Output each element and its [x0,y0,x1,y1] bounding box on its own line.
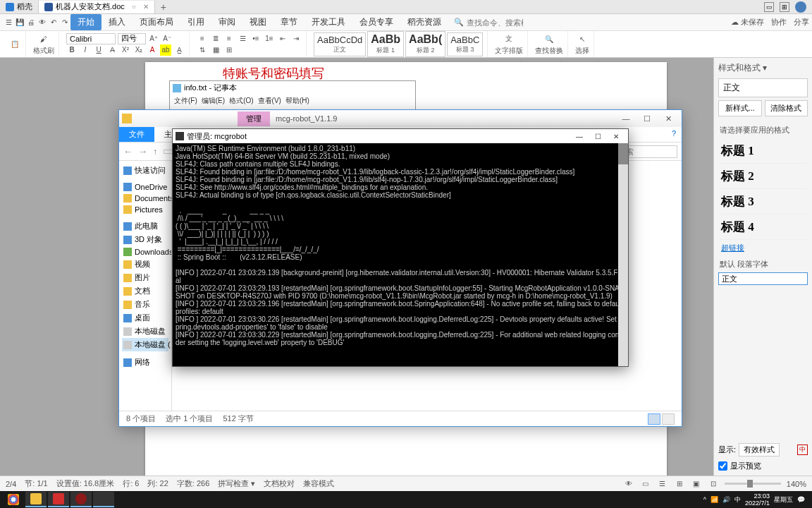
maximize-button[interactable]: ☐ [636,111,658,126]
border-icon[interactable]: ⊞ [223,44,235,56]
align-center-icon[interactable]: ≣ [210,33,221,44]
help-icon[interactable]: ? [666,127,682,142]
notepad-menu-file[interactable]: 文件(F) [174,96,197,106]
undo-icon[interactable]: ↶ [48,17,59,28]
sidebar-thispc[interactable]: 此电脑 [122,219,168,233]
style-item-h4[interactable]: 标题 4 [718,214,808,240]
notification-icon[interactable]: 💬 [797,496,805,503]
doc-tab-active[interactable]: 机器人安装文档.doc ○ ✕ [39,1,155,13]
shrink-font-icon[interactable]: A⁻ [161,33,173,44]
clear-format-button[interactable]: 清除格式 [765,100,808,116]
underline-button[interactable]: U [93,44,104,56]
sidebar-network[interactable]: 网络 [122,356,168,369]
task-recorder[interactable] [70,492,92,507]
terminal-titlebar[interactable]: 管理员: mcgrobot — ☐ ✕ [173,129,628,143]
bold-button[interactable]: B [66,44,78,56]
task-explorer[interactable] [25,492,47,507]
sidebar-disk-d[interactable]: 本地磁盘 ( [122,338,168,351]
zoom-fit-icon[interactable]: ⊡ [708,478,719,490]
highlight-button[interactable]: ab [160,44,171,56]
new-style-button[interactable]: 新样式... [718,100,762,116]
term-maximize[interactable]: ☐ [589,130,607,143]
sidebar-docs[interactable]: 文档 [122,284,168,298]
indent-dec-icon[interactable]: ⇤ [277,33,288,44]
style-body[interactable]: AaBbCcDd正文 [314,32,366,56]
find-replace-button[interactable]: 🔍查找替换 [535,32,563,56]
line-spacing-icon[interactable]: ⇅ [197,44,208,56]
numbering-icon[interactable]: 1≡ [264,33,275,44]
command-search[interactable]: 🔍 [454,18,523,27]
search-input[interactable] [467,18,523,27]
style-item-h2[interactable]: 标题 2 [718,164,808,189]
sidebar-3d[interactable]: 3D 对象 [122,233,168,246]
bullets-icon[interactable]: •≡ [250,33,262,44]
sidebar-pictures[interactable]: Pictures [122,204,168,215]
forward-button[interactable]: → [138,146,147,157]
doc-check-button[interactable]: 文档校对 [264,478,295,489]
task-chrome[interactable] [3,492,24,507]
notepad-menu-edit[interactable]: 编辑(E) [202,96,225,106]
font-color-button[interactable]: A [147,44,158,56]
avatar[interactable] [795,1,806,13]
menu-insert[interactable]: 插入 [102,14,133,30]
sidebar-onedrive[interactable]: OneDrive [122,181,168,193]
print-icon[interactable]: 🖨 [25,17,37,28]
terminal-scrollbar[interactable] [618,143,628,366]
shading-icon[interactable]: ▦ [210,44,221,56]
zoom-level[interactable]: 140% [787,480,806,488]
sidebar-desktop[interactable]: 桌面 [122,311,168,325]
format-painter-button[interactable]: 🖌 格式刷 [33,32,54,56]
tab-close-icon[interactable]: ✕ [143,3,149,11]
hyperlink-style[interactable]: 超链接 [718,240,808,256]
term-minimize[interactable]: — [570,130,589,143]
menu-layout[interactable]: 页面布局 [133,14,180,30]
zoom-slider[interactable] [725,483,781,485]
zoom-thumb[interactable] [747,480,753,488]
style-input[interactable] [718,272,808,285]
paste-button[interactable]: 📋 [8,38,21,51]
doc-tab-daoke[interactable]: 稻壳 [0,1,39,13]
notepad-menu-format[interactable]: 格式(O) [229,96,253,106]
tray-up-icon[interactable]: ^ [703,496,706,503]
notepad-titlebar[interactable]: info.txt - 记事本 [170,81,415,95]
panel-title[interactable]: 样式和格式 ▾ [718,62,808,74]
lang-badge[interactable]: 中 [797,445,808,455]
menu-ref[interactable]: 引用 [180,14,211,30]
collab-label[interactable]: 协作 [771,17,787,28]
task-terminal[interactable] [93,492,114,507]
tray-ime-icon[interactable]: 中 [734,495,741,504]
sidebar-documents[interactable]: Documents [122,193,168,204]
term-close[interactable]: ✕ [607,130,625,143]
minimize-button[interactable]: — [615,111,636,126]
style-h3[interactable]: AaBbC标题 3 [447,32,483,56]
style-h2[interactable]: AaBb(标题 2 [405,31,445,57]
terminal-body[interactable]: Java(TM) SE Runtime Environment (build 1… [173,143,628,366]
menu-member[interactable]: 会员专享 [352,14,400,30]
char-border-button[interactable]: A̲ [173,44,185,56]
font-select[interactable] [66,33,116,44]
tray-network-icon[interactable]: 📶 [710,496,718,503]
style-h1[interactable]: AaBb标题 1 [367,31,404,57]
sidebar-music[interactable]: 音乐 [122,298,168,311]
notepad-menu-view[interactable]: 查看(V) [258,96,281,106]
view-eye-icon[interactable]: 👁 [623,478,634,490]
show-value[interactable]: 有效样式 [739,443,780,456]
sub-button[interactable]: X₂ [133,44,144,56]
task-wps[interactable] [48,492,69,507]
strike-button[interactable]: A̶ [106,44,118,56]
super-button[interactable]: X² [120,44,131,56]
justify-icon[interactable]: ☰ [237,33,248,44]
preview-checkbox[interactable] [718,461,727,471]
page-indicator[interactable]: 2/4 [6,480,16,488]
grid-icon[interactable]: ⊞ [780,2,789,12]
layout-icon[interactable]: ▭ [764,2,774,12]
menu-review[interactable]: 审阅 [211,14,242,30]
redo-icon[interactable]: ↷ [59,17,70,28]
spellcheck-button[interactable]: 拼写检查 ▾ [218,478,255,489]
select-button[interactable]: ↖选择 [575,32,589,56]
explorer-titlebar[interactable]: 管理 mcg-robot_V1.1.9 — ☐ ✕ [119,110,682,127]
unsaved-label[interactable]: ☁ 未保存 [731,17,764,28]
menu-resources[interactable]: 稻壳资源 [400,14,448,30]
view-web-icon[interactable]: ⊞ [674,478,685,490]
tray-volume-icon[interactable]: 🔊 [722,496,730,503]
